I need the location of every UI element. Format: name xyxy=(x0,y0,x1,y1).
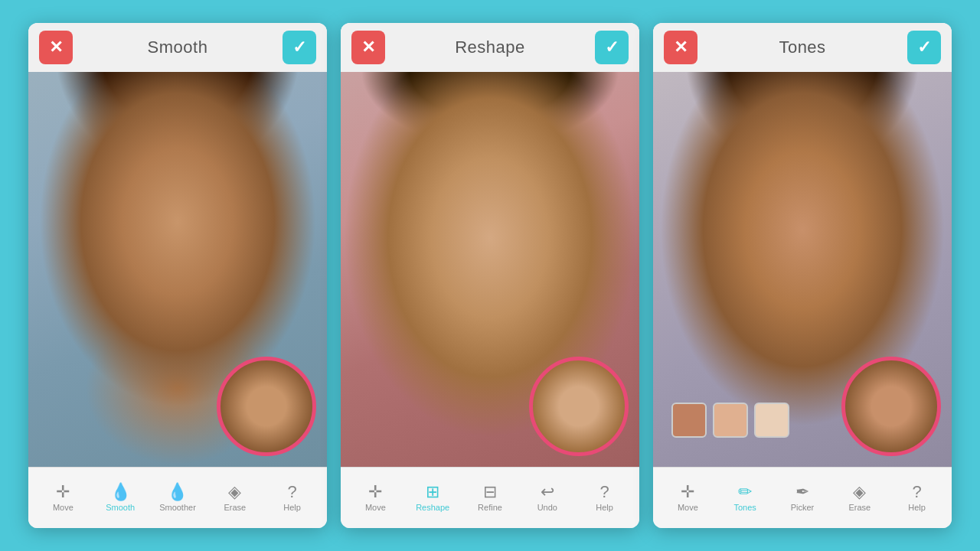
smooth-label: Smooth xyxy=(106,503,135,512)
smoother-label: Smoother xyxy=(159,503,196,512)
smooth-icon: 💧 xyxy=(110,484,131,500)
help-icon: ? xyxy=(287,484,296,500)
help-label: Help xyxy=(908,503,926,512)
erase-label: Erase xyxy=(848,503,871,512)
reshape-cancel-button[interactable]: ✕ xyxy=(351,31,385,64)
undo-label: Undo xyxy=(537,503,557,512)
tones-tool-help[interactable]: ? Help xyxy=(895,484,939,512)
tones-thumbnail xyxy=(841,357,941,456)
help-icon: ? xyxy=(599,484,609,500)
picker-label: Picker xyxy=(791,503,815,512)
smooth-title: Smooth xyxy=(148,37,208,57)
tones-tool-picker[interactable]: ✒ Picker xyxy=(780,484,825,512)
move-icon: ✛ xyxy=(368,484,382,500)
reshape-title-bar: ✕ Reshape ✓ xyxy=(341,23,639,72)
tones-title: Tones xyxy=(779,37,825,57)
smooth-confirm-button[interactable]: ✓ xyxy=(283,31,316,64)
reshape-label: Reshape xyxy=(416,503,449,512)
tones-title-bar: ✕ Tones ✓ xyxy=(653,23,952,72)
smooth-tool-erase[interactable]: ◈ Erase xyxy=(213,484,257,512)
help-label: Help xyxy=(283,503,301,512)
tones-panel: ✕ Tones ✓ ✛ Move ✏ Tones ✒ Picker ◈ Eras… xyxy=(653,23,952,528)
move-icon: ✛ xyxy=(56,484,70,500)
tones-tool-erase[interactable]: ◈ Erase xyxy=(838,484,882,512)
tones-image-area xyxy=(653,72,952,467)
reshape-confirm-button[interactable]: ✓ xyxy=(595,31,629,64)
tones-confirm-button[interactable]: ✓ xyxy=(907,31,941,64)
undo-icon: ↩ xyxy=(541,484,554,500)
picker-icon: ✒ xyxy=(795,484,809,500)
tones-icon: ✏ xyxy=(738,484,752,500)
smooth-image-area xyxy=(28,72,327,467)
reshape-toolbar: ✛ Move ⊞ Reshape ⊟ Refine ↩ Undo ? Help xyxy=(341,467,639,528)
refine-label: Refine xyxy=(478,503,502,512)
smooth-tool-help[interactable]: ? Help xyxy=(270,484,315,512)
reshape-tool-undo[interactable]: ↩ Undo xyxy=(525,484,570,512)
smooth-title-bar: ✕ Smooth ✓ xyxy=(28,23,327,72)
erase-label: Erase xyxy=(224,503,246,512)
tones-toolbar: ✛ Move ✏ Tones ✒ Picker ◈ Erase ? Help xyxy=(653,467,952,528)
reshape-tool-move[interactable]: ✛ Move xyxy=(353,484,397,512)
smooth-cancel-button[interactable]: ✕ xyxy=(39,31,73,64)
move-icon: ✛ xyxy=(681,484,694,500)
tones-tool-tones[interactable]: ✏ Tones xyxy=(723,484,767,512)
move-label: Move xyxy=(365,503,386,512)
reshape-thumbnail xyxy=(529,357,629,456)
reshape-image-area xyxy=(341,72,639,467)
reshape-icon: ⊞ xyxy=(426,484,439,500)
reshape-title: Reshape xyxy=(455,37,525,57)
smooth-tool-smoother[interactable]: 💧 Smoother xyxy=(155,484,200,512)
tones-cancel-button[interactable]: ✕ xyxy=(664,31,697,64)
reshape-panel: ✕ Reshape ✓ ✛ Move ⊞ Reshape ⊟ Refine ↩ … xyxy=(341,23,639,528)
move-label: Move xyxy=(678,503,698,512)
smooth-tool-move[interactable]: ✛ Move xyxy=(41,484,85,512)
move-label: Move xyxy=(53,503,74,512)
tone-swatch-dark[interactable] xyxy=(671,403,707,438)
reshape-tool-reshape[interactable]: ⊞ Reshape xyxy=(410,484,455,512)
smooth-tool-smooth[interactable]: 💧 Smooth xyxy=(98,484,142,512)
smooth-panel: ✕ Smooth ✓ ✛ Move 💧 Smooth 💧 Smoother ◈ … xyxy=(28,23,327,528)
refine-icon: ⊟ xyxy=(483,484,497,500)
reshape-tool-help[interactable]: ? Help xyxy=(583,484,627,512)
erase-icon: ◈ xyxy=(228,484,241,500)
smooth-toolbar: ✛ Move 💧 Smooth 💧 Smoother ◈ Erase ? Hel… xyxy=(28,467,327,528)
help-icon: ? xyxy=(912,484,921,500)
reshape-tool-refine[interactable]: ⊟ Refine xyxy=(468,484,512,512)
smoother-icon: 💧 xyxy=(167,484,188,500)
tone-swatch-medium[interactable] xyxy=(713,403,748,438)
help-label: Help xyxy=(596,503,613,512)
erase-icon: ◈ xyxy=(853,484,866,500)
tone-swatches-container xyxy=(671,403,789,438)
tone-swatch-light[interactable] xyxy=(754,403,789,438)
tones-tool-move[interactable]: ✛ Move xyxy=(665,484,710,512)
smooth-thumbnail xyxy=(217,357,316,456)
tones-label: Tones xyxy=(734,503,756,512)
